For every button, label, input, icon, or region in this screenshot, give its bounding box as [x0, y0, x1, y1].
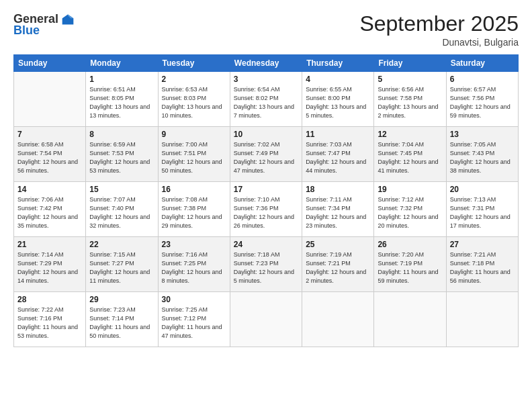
table-row — [14, 72, 86, 127]
day-number: 4 — [306, 75, 370, 84]
table-row: 28Sunrise: 7:22 AM Sunset: 7:16 PM Dayli… — [14, 292, 86, 347]
day-info: Sunrise: 7:19 AM Sunset: 7:21 PM Dayligh… — [306, 250, 370, 285]
day-number: 9 — [162, 130, 226, 139]
svg-marker-0 — [62, 14, 74, 24]
day-number: 10 — [234, 130, 298, 139]
calendar-week-row: 21Sunrise: 7:14 AM Sunset: 7:29 PM Dayli… — [14, 237, 519, 292]
page: General Blue September 2025 Dunavtsi, Bu… — [0, 0, 532, 411]
table-row — [446, 292, 518, 347]
table-row: 10Sunrise: 7:02 AM Sunset: 7:49 PM Dayli… — [230, 127, 302, 182]
day-number: 3 — [234, 75, 298, 84]
day-number: 26 — [378, 240, 442, 249]
day-info: Sunrise: 7:02 AM Sunset: 7:49 PM Dayligh… — [234, 140, 298, 175]
table-row: 6Sunrise: 6:57 AM Sunset: 7:56 PM Daylig… — [446, 72, 518, 127]
table-row: 12Sunrise: 7:04 AM Sunset: 7:45 PM Dayli… — [374, 127, 446, 182]
day-info: Sunrise: 7:03 AM Sunset: 7:47 PM Dayligh… — [306, 140, 370, 175]
day-number: 22 — [89, 240, 154, 249]
day-info: Sunrise: 7:12 AM Sunset: 7:32 PM Dayligh… — [378, 195, 442, 230]
logo: General Blue — [13, 12, 75, 38]
day-info: Sunrise: 6:53 AM Sunset: 8:03 PM Dayligh… — [162, 85, 226, 120]
table-row: 22Sunrise: 7:15 AM Sunset: 7:27 PM Dayli… — [86, 237, 158, 292]
col-wednesday: Wednesday — [230, 55, 302, 72]
table-row — [374, 292, 446, 347]
day-number: 12 — [378, 130, 442, 139]
table-row: 19Sunrise: 7:12 AM Sunset: 7:32 PM Dayli… — [374, 182, 446, 237]
table-row: 11Sunrise: 7:03 AM Sunset: 7:47 PM Dayli… — [302, 127, 374, 182]
day-number: 5 — [378, 75, 442, 84]
day-info: Sunrise: 7:25 AM Sunset: 7:12 PM Dayligh… — [162, 306, 226, 340]
table-row: 8Sunrise: 6:59 AM Sunset: 7:53 PM Daylig… — [86, 127, 158, 182]
col-saturday: Saturday — [446, 55, 518, 72]
table-row: 23Sunrise: 7:16 AM Sunset: 7:25 PM Dayli… — [158, 237, 230, 292]
day-info: Sunrise: 7:06 AM Sunset: 7:42 PM Dayligh… — [17, 195, 82, 230]
table-row — [302, 292, 374, 347]
day-info: Sunrise: 7:18 AM Sunset: 7:23 PM Dayligh… — [234, 250, 298, 285]
day-number: 17 — [234, 185, 298, 194]
day-info: Sunrise: 7:10 AM Sunset: 7:36 PM Dayligh… — [234, 195, 298, 230]
table-row: 15Sunrise: 7:07 AM Sunset: 7:40 PM Dayli… — [86, 182, 158, 237]
table-row: 21Sunrise: 7:14 AM Sunset: 7:29 PM Dayli… — [14, 237, 86, 292]
day-info: Sunrise: 6:51 AM Sunset: 8:05 PM Dayligh… — [89, 85, 154, 120]
table-row: 26Sunrise: 7:20 AM Sunset: 7:19 PM Dayli… — [374, 237, 446, 292]
table-row: 29Sunrise: 7:23 AM Sunset: 7:14 PM Dayli… — [86, 292, 158, 347]
day-info: Sunrise: 7:23 AM Sunset: 7:14 PM Dayligh… — [89, 306, 154, 340]
table-row: 1Sunrise: 6:51 AM Sunset: 8:05 PM Daylig… — [86, 72, 158, 127]
day-number: 7 — [17, 130, 82, 139]
day-number: 15 — [89, 185, 154, 194]
day-info: Sunrise: 6:59 AM Sunset: 7:53 PM Dayligh… — [89, 140, 154, 175]
day-number: 6 — [450, 75, 515, 84]
day-number: 20 — [450, 185, 515, 194]
day-info: Sunrise: 7:11 AM Sunset: 7:34 PM Dayligh… — [306, 195, 370, 230]
table-row: 7Sunrise: 6:58 AM Sunset: 7:54 PM Daylig… — [14, 127, 86, 182]
col-monday: Monday — [86, 55, 158, 72]
title-block: September 2025 Dunavtsi, Bulgaria — [359, 12, 519, 48]
day-info: Sunrise: 7:00 AM Sunset: 7:51 PM Dayligh… — [162, 140, 226, 175]
day-number: 25 — [306, 240, 370, 249]
day-number: 24 — [234, 240, 298, 249]
day-info: Sunrise: 7:08 AM Sunset: 7:38 PM Dayligh… — [162, 195, 226, 230]
day-info: Sunrise: 6:58 AM Sunset: 7:54 PM Dayligh… — [17, 140, 82, 175]
day-info: Sunrise: 7:22 AM Sunset: 7:16 PM Dayligh… — [17, 306, 82, 340]
table-row: 18Sunrise: 7:11 AM Sunset: 7:34 PM Dayli… — [302, 182, 374, 237]
day-number: 27 — [450, 240, 515, 249]
day-info: Sunrise: 7:05 AM Sunset: 7:43 PM Dayligh… — [450, 140, 515, 175]
day-info: Sunrise: 7:13 AM Sunset: 7:31 PM Dayligh… — [450, 195, 515, 230]
day-info: Sunrise: 6:56 AM Sunset: 7:58 PM Dayligh… — [378, 85, 442, 120]
day-info: Sunrise: 7:21 AM Sunset: 7:18 PM Dayligh… — [450, 250, 515, 285]
table-row: 2Sunrise: 6:53 AM Sunset: 8:03 PM Daylig… — [158, 72, 230, 127]
table-row — [230, 292, 302, 347]
day-number: 23 — [162, 240, 226, 249]
day-info: Sunrise: 7:04 AM Sunset: 7:45 PM Dayligh… — [378, 140, 442, 175]
day-number: 21 — [17, 240, 82, 249]
table-row: 13Sunrise: 7:05 AM Sunset: 7:43 PM Dayli… — [446, 127, 518, 182]
calendar-week-row: 7Sunrise: 6:58 AM Sunset: 7:54 PM Daylig… — [14, 127, 519, 182]
calendar-header-row: Sunday Monday Tuesday Wednesday Thursday… — [14, 55, 519, 72]
table-row: 3Sunrise: 6:54 AM Sunset: 8:02 PM Daylig… — [230, 72, 302, 127]
day-number: 29 — [89, 295, 154, 304]
col-tuesday: Tuesday — [158, 55, 230, 72]
day-number: 16 — [162, 185, 226, 194]
calendar: Sunday Monday Tuesday Wednesday Thursday… — [13, 54, 519, 347]
day-number: 2 — [162, 75, 226, 84]
month-title: September 2025 — [359, 12, 519, 36]
table-row: 24Sunrise: 7:18 AM Sunset: 7:23 PM Dayli… — [230, 237, 302, 292]
day-number: 19 — [378, 185, 442, 194]
day-number: 8 — [89, 130, 154, 139]
table-row: 30Sunrise: 7:25 AM Sunset: 7:12 PM Dayli… — [158, 292, 230, 347]
table-row: 5Sunrise: 6:56 AM Sunset: 7:58 PM Daylig… — [374, 72, 446, 127]
calendar-week-row: 14Sunrise: 7:06 AM Sunset: 7:42 PM Dayli… — [14, 182, 519, 237]
day-number: 1 — [89, 75, 154, 84]
calendar-week-row: 28Sunrise: 7:22 AM Sunset: 7:16 PM Dayli… — [14, 292, 519, 347]
logo-icon — [61, 13, 75, 26]
day-info: Sunrise: 7:14 AM Sunset: 7:29 PM Dayligh… — [17, 250, 82, 285]
day-number: 30 — [162, 295, 226, 304]
day-info: Sunrise: 7:07 AM Sunset: 7:40 PM Dayligh… — [89, 195, 154, 230]
header: General Blue September 2025 Dunavtsi, Bu… — [13, 12, 519, 48]
day-number: 11 — [306, 130, 370, 139]
col-thursday: Thursday — [302, 55, 374, 72]
table-row: 14Sunrise: 7:06 AM Sunset: 7:42 PM Dayli… — [14, 182, 86, 237]
day-info: Sunrise: 7:15 AM Sunset: 7:27 PM Dayligh… — [89, 250, 154, 285]
day-number: 14 — [17, 185, 82, 194]
day-info: Sunrise: 6:54 AM Sunset: 8:02 PM Dayligh… — [234, 85, 298, 120]
day-number: 28 — [17, 295, 82, 304]
